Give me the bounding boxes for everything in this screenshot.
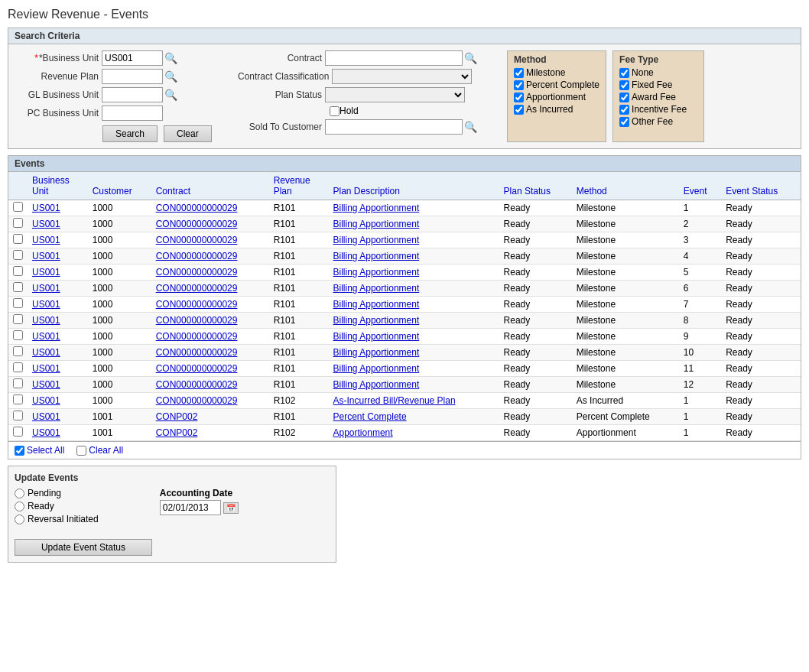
link-planDescription-1[interactable]: Billing Apportionment <box>333 219 420 229</box>
link-contract-14[interactable]: CONP002 <box>156 427 198 438</box>
link-contract-0[interactable]: CON000000000029 <box>156 203 238 213</box>
link-planDescription-12[interactable]: As-Incurred Bill/Revenue Plan <box>333 395 456 406</box>
row-checkbox-8[interactable] <box>13 330 23 340</box>
method-checkbox-2[interactable] <box>514 93 524 102</box>
link-contract-10[interactable]: CON000000000029 <box>156 363 238 374</box>
link-businessUnit-3[interactable]: US001 <box>32 251 60 261</box>
link-businessUnit-12[interactable]: US001 <box>32 395 60 406</box>
link-contract-6[interactable]: CON000000000029 <box>156 299 238 310</box>
method-checkbox-1[interactable] <box>514 80 524 90</box>
link-contract-3[interactable]: CON000000000029 <box>156 251 238 261</box>
link-planDescription-2[interactable]: Billing Apportionment <box>333 235 420 245</box>
link-businessUnit-1[interactable]: US001 <box>32 219 60 229</box>
sold-to-customer-lookup-icon[interactable]: 🔍 <box>464 121 477 133</box>
link-businessUnit-6[interactable]: US001 <box>32 299 60 310</box>
radio-ready[interactable] <box>15 502 24 511</box>
row-checkbox-1[interactable] <box>13 218 23 228</box>
row-checkbox-10[interactable] <box>13 362 23 372</box>
row-checkbox-2[interactable] <box>13 234 23 244</box>
link-planDescription-8[interactable]: Billing Apportionment <box>333 331 420 342</box>
link-planDescription-3[interactable]: Billing Apportionment <box>333 251 420 261</box>
link-contract-7[interactable]: CON000000000029 <box>156 315 238 326</box>
link-planDescription-5[interactable]: Billing Apportionment <box>333 283 420 294</box>
business-unit-lookup-icon[interactable]: 🔍 <box>164 52 177 64</box>
link-businessUnit-9[interactable]: US001 <box>32 347 60 358</box>
fee-option-row: Fixed Fee <box>619 80 697 90</box>
link-contract-5[interactable]: CON000000000029 <box>156 283 238 294</box>
link-businessUnit-7[interactable]: US001 <box>32 315 60 326</box>
row-checkbox-3[interactable] <box>13 250 23 260</box>
revenue-plan-lookup-icon[interactable]: 🔍 <box>164 70 177 83</box>
link-businessUnit-5[interactable]: US001 <box>32 283 60 294</box>
business-unit-input[interactable] <box>102 50 163 66</box>
row-checkbox-11[interactable] <box>13 378 23 388</box>
pc-business-unit-input[interactable] <box>102 106 163 121</box>
link-planDescription-14[interactable]: Apportionment <box>333 427 393 438</box>
link-planDescription-6[interactable]: Billing Apportionment <box>333 299 420 310</box>
link-contract-9[interactable]: CON000000000029 <box>156 347 238 358</box>
revenue-plan-input[interactable] <box>102 69 163 84</box>
link-contract-2[interactable]: CON000000000029 <box>156 235 238 245</box>
link-contract-8[interactable]: CON000000000029 <box>156 331 238 342</box>
row-checkbox-5[interactable] <box>13 282 23 292</box>
hold-checkbox[interactable] <box>330 106 340 116</box>
contract-lookup-icon[interactable]: 🔍 <box>464 52 477 64</box>
radio-reversal[interactable] <box>15 515 24 524</box>
fee-checkbox-4[interactable] <box>619 117 629 127</box>
link-businessUnit-2[interactable]: US001 <box>32 235 60 245</box>
link-contract-1[interactable]: CON000000000029 <box>156 219 238 229</box>
update-event-status-button[interactable]: Update Event Status <box>15 539 152 556</box>
row-checkbox-13[interactable] <box>13 411 23 420</box>
link-contract-4[interactable]: CON000000000029 <box>156 267 238 278</box>
link-planDescription-7[interactable]: Billing Apportionment <box>333 315 420 326</box>
link-planDescription-10[interactable]: Billing Apportionment <box>333 363 420 374</box>
row-checkbox-9[interactable] <box>13 346 23 356</box>
link-businessUnit-13[interactable]: US001 <box>32 411 60 422</box>
contract-input[interactable] <box>325 50 463 66</box>
row-checkbox-0[interactable] <box>13 202 23 212</box>
link-planDescription-11[interactable]: Billing Apportionment <box>333 379 420 390</box>
calendar-icon[interactable]: 📅 <box>223 502 239 514</box>
cell-eventStatus-6: Ready <box>721 297 801 313</box>
link-businessUnit-10[interactable]: US001 <box>32 363 60 374</box>
row-checkbox-6[interactable] <box>13 298 23 308</box>
search-button[interactable]: Search <box>102 125 158 142</box>
select-all-label[interactable]: Select All <box>15 445 64 456</box>
row-checkbox-12[interactable] <box>13 394 23 404</box>
row-checkbox-4[interactable] <box>13 266 23 276</box>
fee-checkbox-1[interactable] <box>619 80 629 90</box>
gl-business-unit-lookup-icon[interactable]: 🔍 <box>164 89 177 101</box>
radio-pending[interactable] <box>15 489 24 498</box>
link-businessUnit-0[interactable]: US001 <box>32 203 60 213</box>
link-contract-12[interactable]: CON000000000029 <box>156 395 238 406</box>
plan-status-select[interactable] <box>325 87 465 102</box>
clear-all-checkbox[interactable] <box>76 446 86 456</box>
link-planDescription-9[interactable]: Billing Apportionment <box>333 347 420 358</box>
link-contract-11[interactable]: CON000000000029 <box>156 379 238 390</box>
link-planDescription-0[interactable]: Billing Apportionment <box>333 203 420 213</box>
fee-checkbox-0[interactable] <box>619 68 629 78</box>
row-checkbox-7[interactable] <box>13 314 23 324</box>
gl-business-unit-input[interactable] <box>102 87 163 102</box>
fee-checkbox-3[interactable] <box>619 105 629 115</box>
link-contract-13[interactable]: CONP002 <box>156 411 198 422</box>
link-businessUnit-4[interactable]: US001 <box>32 267 60 278</box>
row-checkbox-14[interactable] <box>13 427 23 437</box>
link-planDescription-13[interactable]: Percent Complete <box>333 411 407 422</box>
clear-all-text: Clear All <box>89 445 123 456</box>
cell-planDescription-10: Billing Apportionment <box>329 361 499 377</box>
sold-to-customer-input[interactable] <box>325 119 463 135</box>
link-businessUnit-11[interactable]: US001 <box>32 379 60 390</box>
select-all-checkbox[interactable] <box>15 446 24 456</box>
link-businessUnit-8[interactable]: US001 <box>32 331 60 342</box>
accounting-date-input[interactable] <box>160 500 221 515</box>
link-businessUnit-14[interactable]: US001 <box>32 427 60 438</box>
contract-classification-select[interactable] <box>332 69 472 84</box>
clear-button[interactable]: Clear <box>164 125 212 142</box>
method-checkbox-0[interactable] <box>514 68 524 78</box>
method-checkbox-3[interactable] <box>514 105 524 115</box>
clear-all-label[interactable]: Clear All <box>76 445 123 456</box>
link-planDescription-4[interactable]: Billing Apportionment <box>333 267 420 278</box>
cell-contract-8: CON000000000029 <box>151 329 269 345</box>
fee-checkbox-2[interactable] <box>619 93 629 102</box>
